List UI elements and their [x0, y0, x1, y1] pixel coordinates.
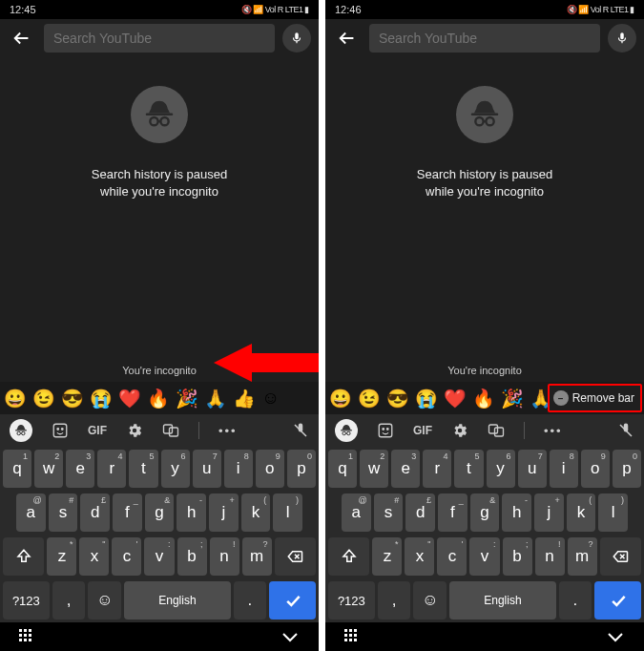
sticker-button[interactable]	[377, 422, 394, 439]
key-a[interactable]: a@	[16, 494, 46, 532]
key-p[interactable]: p0	[613, 450, 641, 488]
emoji-3[interactable]: 😭	[90, 388, 113, 410]
key-d[interactable]: d£	[80, 494, 110, 532]
key-e[interactable]: e3	[66, 450, 94, 488]
period-key[interactable]: .	[234, 581, 267, 620]
key-c[interactable]: c'	[437, 537, 467, 576]
key-v[interactable]: v:	[144, 537, 174, 576]
mic-off-button[interactable]	[292, 422, 309, 439]
key-t[interactable]: t5	[454, 450, 483, 488]
emoji-2[interactable]: 😎	[61, 388, 84, 410]
settings-button[interactable]	[451, 422, 468, 439]
key-m[interactable]: m?	[568, 537, 597, 576]
enter-key[interactable]	[594, 581, 641, 620]
emoji-6[interactable]: 🎉	[176, 388, 198, 410]
emoji-0[interactable]: 😀	[4, 388, 27, 410]
emoji-key[interactable]: ☺	[88, 581, 121, 620]
more-button[interactable]: •••	[544, 424, 563, 438]
emoji-4[interactable]: ❤️	[444, 388, 467, 410]
key-h[interactable]: h-	[177, 494, 206, 532]
key-b[interactable]: b;	[503, 537, 532, 576]
key-r[interactable]: r4	[97, 450, 126, 488]
emoji-9[interactable]: ☺	[261, 388, 280, 409]
search-box[interactable]	[369, 24, 600, 52]
keyboard-hide-button[interactable]	[19, 629, 38, 644]
backspace-key[interactable]	[600, 537, 641, 576]
emoji-7[interactable]: 🙏	[204, 388, 227, 410]
emoji-5[interactable]: 🔥	[472, 388, 495, 410]
key-x[interactable]: x"	[405, 537, 434, 576]
more-button[interactable]: •••	[218, 424, 238, 438]
key-f[interactable]: f_	[438, 494, 467, 532]
keyboard-hide-button[interactable]	[344, 629, 364, 644]
key-z[interactable]: z*	[372, 537, 402, 576]
space-key[interactable]: English	[449, 581, 555, 620]
space-key[interactable]: English	[124, 581, 230, 620]
key-x[interactable]: x"	[79, 537, 109, 576]
translate-button[interactable]	[488, 422, 505, 439]
key-p[interactable]: p0	[287, 450, 316, 488]
emoji-4[interactable]: ❤️	[118, 388, 141, 410]
key-g[interactable]: g&	[470, 494, 500, 532]
mic-off-button[interactable]	[617, 422, 634, 439]
emoji-1[interactable]: 😉	[32, 388, 55, 410]
key-e[interactable]: e3	[391, 450, 420, 488]
emoji-3[interactable]: 😭	[415, 388, 438, 410]
voice-search-button[interactable]	[282, 24, 311, 52]
key-m[interactable]: m?	[242, 537, 272, 576]
incognito-toggle[interactable]	[10, 419, 32, 442]
key-a[interactable]: a@	[342, 494, 371, 532]
emoji-bar[interactable]: 😀😉😎😭❤️🔥🎉🙏👍☺	[0, 382, 319, 414]
key-n[interactable]: n!	[535, 537, 565, 576]
back-button[interactable]	[8, 24, 36, 52]
key-u[interactable]: u7	[193, 450, 221, 488]
key-i[interactable]: i8	[224, 450, 253, 488]
key-o[interactable]: o9	[256, 450, 284, 488]
key-r[interactable]: r4	[423, 450, 451, 488]
key-o[interactable]: o9	[581, 450, 610, 488]
key-z[interactable]: z*	[47, 537, 76, 576]
remove-bar-button[interactable]: – Remove bar	[548, 384, 642, 412]
emoji-2[interactable]: 😎	[386, 388, 409, 410]
emoji-1[interactable]: 😉	[358, 388, 381, 410]
key-j[interactable]: j+	[209, 494, 239, 532]
key-c[interactable]: c'	[112, 537, 141, 576]
key-k[interactable]: k(	[567, 494, 596, 532]
comma-key[interactable]: ,	[378, 581, 411, 620]
emoji-key[interactable]: ☺	[413, 581, 447, 620]
gif-button[interactable]: GIF	[88, 424, 107, 437]
comma-key[interactable]: ,	[52, 581, 86, 620]
key-u[interactable]: u7	[518, 450, 547, 488]
enter-key[interactable]	[269, 581, 316, 620]
backspace-key[interactable]	[275, 537, 316, 576]
key-l[interactable]: l)	[273, 494, 302, 532]
gif-button[interactable]: GIF	[413, 424, 432, 437]
key-b[interactable]: b;	[177, 537, 207, 576]
emoji-bar[interactable]: 😀😉😎😭❤️🔥🎉🙏👍☺ – Remove bar	[325, 382, 644, 414]
key-n[interactable]: n!	[210, 537, 239, 576]
key-w[interactable]: w2	[360, 450, 388, 488]
search-box[interactable]	[44, 24, 275, 52]
symbols-key[interactable]: ?123	[3, 581, 50, 620]
key-l[interactable]: l)	[598, 494, 628, 532]
key-q[interactable]: q1	[3, 450, 31, 488]
key-k[interactable]: k(	[241, 494, 271, 532]
key-y[interactable]: y6	[487, 450, 515, 488]
emoji-5[interactable]: 🔥	[147, 388, 170, 410]
key-q[interactable]: q1	[328, 450, 357, 488]
settings-button[interactable]	[126, 422, 143, 439]
key-t[interactable]: t5	[129, 450, 157, 488]
collapse-button[interactable]	[280, 631, 300, 642]
search-input[interactable]	[379, 31, 591, 46]
emoji-0[interactable]: 😀	[329, 388, 352, 410]
key-i[interactable]: i8	[550, 450, 578, 488]
key-g[interactable]: g&	[145, 494, 175, 532]
translate-button[interactable]	[162, 422, 179, 439]
shift-key[interactable]	[328, 537, 369, 576]
key-v[interactable]: v:	[469, 537, 499, 576]
key-s[interactable]: s#	[374, 494, 404, 532]
sticker-button[interactable]	[52, 422, 69, 439]
key-h[interactable]: h-	[502, 494, 531, 532]
key-f[interactable]: f_	[113, 494, 142, 532]
key-s[interactable]: s#	[49, 494, 78, 532]
